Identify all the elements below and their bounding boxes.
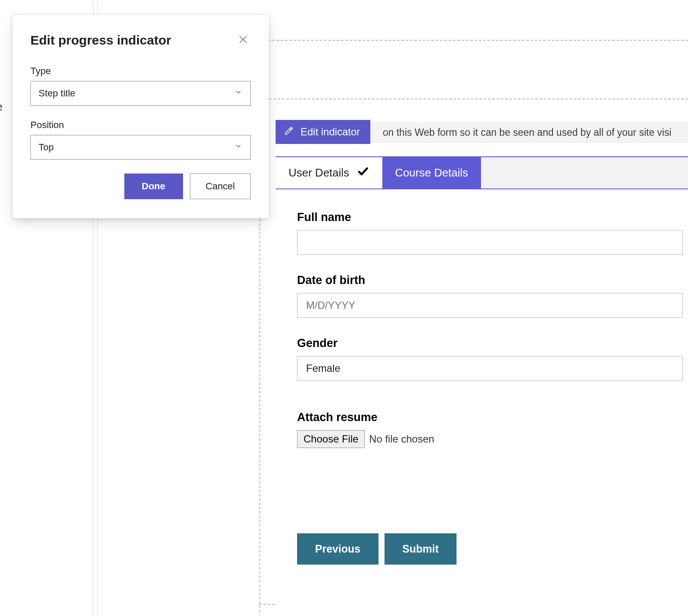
type-select[interactable]: Step title <box>30 81 251 106</box>
file-status-text: No file chosen <box>369 433 434 445</box>
resume-label: Attach resume <box>297 411 688 424</box>
popover-title: Edit progress indicator <box>30 33 171 48</box>
position-value: Top <box>39 142 54 153</box>
field-resume: Attach resume Choose File No file chosen <box>297 411 688 448</box>
chevron-down-icon <box>234 88 243 99</box>
field-gender: Gender Female <box>297 337 688 381</box>
tab-course-details[interactable]: Course Details <box>382 157 482 188</box>
done-button[interactable]: Done <box>124 173 183 199</box>
dob-input[interactable] <box>297 293 683 318</box>
cancel-button[interactable]: Cancel <box>190 173 251 199</box>
tab-user-details[interactable]: User Details <box>276 157 382 188</box>
type-label: Type <box>30 66 251 77</box>
close-button[interactable] <box>235 32 251 48</box>
field-type: Type Step title <box>30 66 251 106</box>
pencil-icon <box>284 126 294 138</box>
field-dob: Date of birth <box>297 274 688 318</box>
chevron-down-icon <box>234 142 243 153</box>
close-icon <box>238 39 248 46</box>
edit-indicator-label: Edit indicator <box>300 126 360 138</box>
position-select[interactable]: Top <box>30 135 251 160</box>
type-value: Step title <box>39 88 75 99</box>
progress-tabs: User Details Course Details <box>276 156 688 189</box>
field-full-name: Full name <box>297 211 688 255</box>
guide-line <box>259 40 688 41</box>
tab-label: Course Details <box>395 166 469 179</box>
gender-value: Female <box>306 362 340 374</box>
choose-file-button[interactable]: Choose File <box>297 430 365 448</box>
edit-indicator-button[interactable]: Edit indicator <box>276 120 370 144</box>
popover-actions: Done Cancel <box>30 173 251 199</box>
previous-button[interactable]: Previous <box>297 533 379 565</box>
form-preview-area: Full name Date of birth Gender Female At… <box>276 189 688 616</box>
checkmark-icon <box>357 165 369 180</box>
edit-progress-indicator-popover: Edit progress indicator Type Step title … <box>12 14 269 218</box>
tab-label: User Details <box>288 166 349 179</box>
gender-select[interactable]: Female <box>297 356 683 381</box>
full-name-label: Full name <box>297 211 688 224</box>
full-name-input[interactable] <box>297 230 683 255</box>
gender-label: Gender <box>297 337 688 350</box>
submit-button[interactable]: Submit <box>385 533 457 565</box>
position-label: Position <box>30 120 251 131</box>
field-position: Position Top <box>30 120 251 160</box>
truncated-text: e <box>0 101 3 113</box>
banner-text: on this Web form so it can be seen and u… <box>383 127 671 138</box>
form-nav-buttons: Previous Submit <box>297 533 457 565</box>
dob-label: Date of birth <box>297 274 688 287</box>
